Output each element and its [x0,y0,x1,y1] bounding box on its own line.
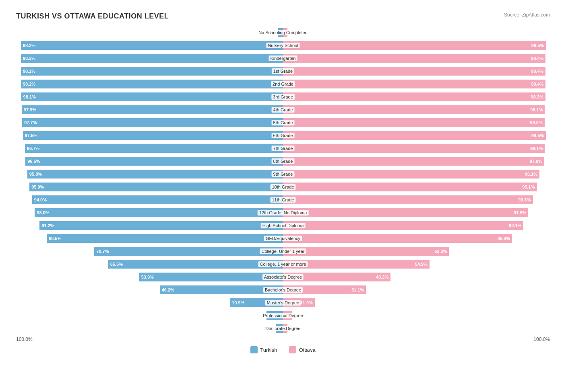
row-label: Professional Degree [261,313,305,318]
left-bar-container: 95.0% [16,181,283,193]
left-value: 46.2% [160,287,174,292]
right-bar-container: 90.1% [283,220,550,232]
left-bar: 96.5% [25,157,283,166]
left-value: 91.2% [39,223,54,228]
left-value: 97.9% [22,107,36,112]
row-label: 8th Grade [272,158,295,164]
left-bar-container: 95.8% [16,168,283,180]
right-bar: 95.1% [283,183,537,191]
row-label: 10th Grade [270,184,295,190]
row-label: 9th Grade [272,171,295,177]
left-bar-container: 98.2% [16,39,283,51]
chart-container: TURKISH VS OTTAWA EDUCATION LEVEL Source… [8,8,558,361]
ottawa-color-box [289,346,296,353]
right-bar: 98.0% [283,118,545,127]
chart-row: 98.2%1st Grade98.4% [16,65,550,77]
left-value: 70.7% [94,249,109,254]
left-bar: 94.0% [32,195,283,204]
right-value: 98.1% [530,107,545,112]
right-bar: 97.9% [283,157,544,166]
chart-row: 96.5%8th Grade97.9% [16,155,550,167]
left-bar: 97.7% [22,118,283,127]
chart-row: 97.9%4th Grade98.1% [16,104,550,116]
right-bar-container: 97.9% [283,155,550,167]
left-value: 97.5% [23,133,37,138]
right-value: 98.4% [531,56,545,61]
left-bar: 95.8% [27,170,283,179]
left-bar: 91.2% [39,221,283,230]
right-bar: 90.1% [283,221,523,230]
right-bar-container: 98.1% [283,104,550,116]
left-value: 96.7% [25,146,39,151]
row-label: 4th Grade [272,107,295,113]
row-label: 1st Grade [272,68,294,74]
right-bar-container: 98.5% [283,129,550,142]
chart-row: 19.9%Master's Degree11.9% [16,297,550,309]
footer-right-label: 100.0% [533,337,550,342]
left-bar-container: 6.2% [16,310,283,322]
left-bar: 88.5% [47,234,283,243]
right-bar-container: 95.1% [283,181,550,193]
left-bar-container: 70.7% [16,245,283,257]
row-label: 7th Grade [272,146,295,151]
right-value: 95.1% [522,185,537,189]
left-bar-container: 93.0% [16,207,283,219]
right-bar-container: 93.6% [283,194,550,206]
row-label: 2nd Grade [271,81,295,87]
right-bar-container: 85.8% [283,232,550,244]
row-label: 3rd Grade [271,94,295,100]
right-bar: 98.4% [283,54,545,63]
left-bar: 65.5% [108,260,283,269]
left-bar: 97.5% [23,131,283,140]
right-value: 97.9% [530,159,544,164]
chart-row: 2.7%Doctorate Degree1.6% [16,322,550,335]
right-bar: 96.1% [283,170,539,179]
left-value: 98.2% [21,56,35,61]
chart-row: 70.7%College, Under 1 year62.2% [16,245,550,257]
right-bar: 98.1% [283,144,545,153]
left-bar-container: 1.8% [16,27,283,39]
right-bar-container: 40.3% [283,271,550,283]
right-value: 98.4% [531,69,545,74]
right-bar-container: 91.9% [283,207,550,219]
right-value: 90.1% [509,223,523,228]
left-bar: 53.9% [139,273,283,281]
left-bar: 97.9% [22,105,283,114]
right-bar-container: 98.4% [283,65,550,77]
left-bar: 98.2% [21,41,283,50]
right-value: 98.1% [530,146,545,151]
left-bar-container: 98.1% [16,91,283,103]
row-label: High School Diploma [261,223,306,228]
left-bar-container: 98.2% [16,65,283,77]
chart-row: 98.1%3rd Grade98.3% [16,91,550,103]
left-bar-container: 96.5% [16,155,283,167]
ottawa-label: Ottawa [299,347,315,353]
row-label: 6th Grade [272,133,295,138]
right-bar-container: 62.2% [283,245,550,257]
left-value: 98.2% [21,43,35,48]
row-label: 12th Grade, No Diploma [258,210,309,215]
left-value: 98.2% [21,82,35,86]
chart-row: 98.2%Nursery School98.5% [16,39,550,51]
right-value: 85.8% [498,236,512,241]
left-bar: 93.0% [35,208,283,217]
chart-row: 53.9%Associate's Degree40.3% [16,271,550,283]
right-bar: 62.2% [283,247,449,256]
left-value: 65.5% [108,262,123,267]
right-bar-container: 98.4% [283,78,550,90]
chart-row: 46.2%Bachelor's Degree31.1% [16,284,550,296]
right-bar-container: 3.4% [283,310,550,322]
footer-bottom: 100.0% 100.0% [16,337,550,342]
legend-ottawa: Ottawa [289,346,315,353]
left-bar-container: 46.2% [16,284,283,296]
left-value: 97.7% [22,120,37,125]
left-bar-container: 97.7% [16,117,283,129]
left-bar-container: 65.5% [16,258,283,270]
row-label: Bachelor's Degree [263,287,303,293]
chart-row: 93.0%12th Grade, No Diploma91.9% [16,207,550,219]
row-label: Doctorate Degree [264,326,302,331]
turkish-color-box [250,346,258,353]
legend-turkish: Turkish [250,346,277,353]
chart-row: 65.5%College, 1 year or more54.9% [16,258,550,270]
chart-row: 1.8%No Schooling Completed1.6% [16,27,550,39]
